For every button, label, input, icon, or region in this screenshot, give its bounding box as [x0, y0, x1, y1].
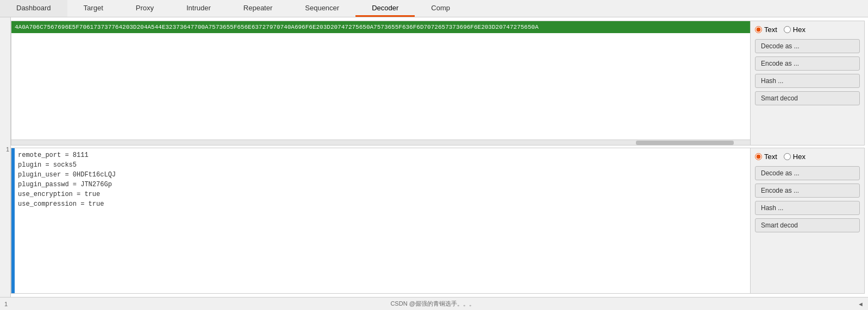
top-radio-hex-label[interactable]: Hex: [784, 26, 805, 34]
top-hash-btn[interactable]: Hash ...: [755, 74, 860, 88]
status-bar: 1 CSDN @倔强的青铜选手。。。 ◄: [0, 297, 868, 310]
status-arrow: ◄: [858, 301, 864, 307]
top-empty-area[interactable]: [11, 33, 750, 140]
decoder-panels: 4A0A706C7567696E5F706173737764203D204A54…: [11, 17, 868, 310]
top-hscrollbar[interactable]: [11, 140, 750, 145]
bottom-encode-btn[interactable]: Encode as ...: [755, 184, 860, 198]
line-numbers: 1: [0, 17, 11, 310]
bottom-decode-btn[interactable]: Decode as ...: [755, 166, 860, 180]
bottom-radio-group: Text Hex: [755, 153, 860, 161]
tab-sequencer[interactable]: Sequencer: [289, 0, 355, 17]
tab-repeater[interactable]: Repeater: [227, 0, 289, 17]
tab-proxy[interactable]: Proxy: [120, 0, 170, 17]
bottom-radio-text-label[interactable]: Text: [755, 153, 777, 161]
top-panel-container: 4A0A706C7567696E5F706173737764203D204A54…: [11, 21, 865, 145]
top-radio-group: Text Hex: [755, 26, 860, 34]
top-text-area-wrapper: 4A0A706C7567696E5F706173737764203D204A54…: [11, 21, 750, 145]
bottom-radio-text[interactable]: [755, 153, 762, 160]
tab-dashboard[interactable]: Dashboard: [0, 0, 67, 17]
top-radio-text[interactable]: [755, 26, 762, 33]
top-encode-btn[interactable]: Encode as ...: [755, 56, 860, 71]
tab-target[interactable]: Target: [67, 0, 120, 17]
top-radio-hex[interactable]: [784, 26, 791, 33]
nav-tabs: Dashboard Target Proxy Intruder Repeater…: [0, 0, 868, 17]
bottom-radio-hex-label[interactable]: Hex: [784, 153, 805, 161]
bottom-smart-btn[interactable]: Smart decod: [755, 218, 860, 232]
tab-intruder[interactable]: Intruder: [170, 0, 227, 17]
top-radio-text-label[interactable]: Text: [755, 26, 777, 34]
bottom-radio-hex[interactable]: [784, 153, 791, 160]
watermark: CSDN @倔强的青铜选手。。。: [390, 300, 474, 308]
status-line: 1: [4, 301, 8, 307]
bottom-right-panel: Text Hex Decode as ... Encode as ... Has…: [750, 148, 864, 293]
bottom-text-area-wrapper: remote_port = 8111 plugin = socks5 plugi…: [15, 148, 750, 293]
bottom-hash-btn[interactable]: Hash ...: [755, 201, 860, 215]
line-num-1: 1: [1, 144, 9, 154]
tab-decoder[interactable]: Decoder: [355, 0, 415, 17]
top-right-panel: Text Hex Decode as ... Encode as ... Has…: [750, 21, 864, 145]
bottom-decoded-text[interactable]: remote_port = 8111 plugin = socks5 plugi…: [15, 148, 750, 293]
tab-comp[interactable]: Comp: [415, 0, 466, 17]
scrollbar-thumb[interactable]: [636, 141, 734, 145]
main-content: 1 4A0A706C7567696E5F706173737764203D204A…: [0, 17, 868, 310]
top-smart-btn[interactable]: Smart decod: [755, 91, 860, 105]
encoded-text-display[interactable]: 4A0A706C7567696E5F706173737764203D204A54…: [11, 21, 750, 33]
bottom-panel-container: remote_port = 8111 plugin = socks5 plugi…: [11, 148, 865, 294]
top-decode-btn[interactable]: Decode as ...: [755, 39, 860, 53]
